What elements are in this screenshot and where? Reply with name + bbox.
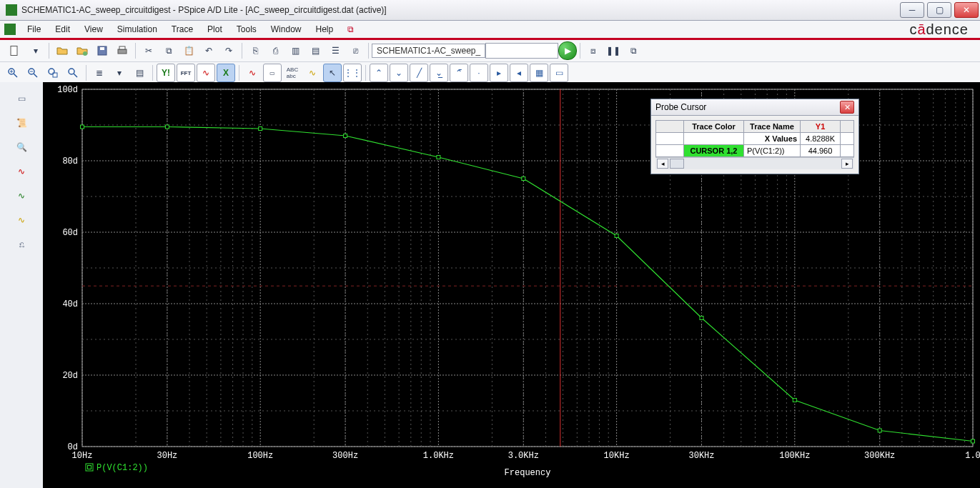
sim-b-icon[interactable]: ⧉ [624, 41, 643, 60]
sim-a-icon[interactable]: ⧈ [584, 41, 603, 60]
svg-text:1.0KHz: 1.0KHz [423, 451, 454, 461]
y-toggle-button[interactable]: Y! [157, 64, 175, 82]
menu-tools[interactable]: Tools [229, 22, 264, 36]
probe-scroll-left[interactable]: ◂ [657, 159, 668, 169]
zoom-in-button[interactable] [4, 64, 22, 82]
run-simulation-button[interactable]: ▶ [558, 41, 577, 60]
save-button[interactable] [93, 41, 112, 60]
open-append-button[interactable] [73, 41, 91, 60]
menu-simulation[interactable]: Simulation [110, 22, 164, 36]
log-dropdown-icon[interactable]: ▾ [110, 64, 129, 82]
svg-text:20d: 20d [62, 371, 78, 381]
window-buttons: ─ ▢ ✕ [899, 0, 980, 20]
cursor-point-button[interactable]: · [470, 64, 488, 82]
menu-file[interactable]: File [20, 22, 48, 36]
tool-a-icon[interactable]: ⎘ [246, 41, 264, 60]
svg-text:10KHz: 10KHz [604, 451, 630, 461]
document-name-field[interactable] [485, 43, 558, 59]
svg-text:40d: 40d [62, 299, 78, 309]
dock-misc-icon[interactable]: ⎌ [11, 235, 31, 254]
eval-button[interactable]: ▭ [263, 64, 282, 82]
zoom-fit-button[interactable] [64, 64, 82, 82]
probe-scrollbar[interactable]: ◂ ▸ [655, 157, 854, 169]
svg-rect-104 [522, 177, 525, 181]
svg-rect-105 [615, 234, 618, 238]
menu-help[interactable]: Help [308, 22, 340, 36]
fft-button[interactable]: FFT [177, 64, 195, 82]
svg-point-1 [83, 51, 87, 56]
probe-scroll-right[interactable]: ▸ [841, 159, 853, 169]
minimize-button[interactable]: ─ [900, 2, 924, 18]
log-list-button[interactable]: ≣ [90, 64, 109, 82]
open-folder-button[interactable] [53, 41, 71, 60]
probe-table: Trace Color Trace Name Y1 X Values 4.828… [655, 120, 854, 157]
active-document-name[interactable]: SCHEMATIC1-AC_sweep_ [372, 44, 485, 58]
cursor-slope-button[interactable]: ╱ [410, 64, 428, 82]
new-file-button[interactable] [4, 41, 25, 60]
dock-wave-b-icon[interactable]: ∿ [11, 186, 31, 205]
mark-button[interactable]: ∿ [303, 64, 322, 82]
cursor-table-button[interactable]: ▦ [530, 64, 548, 82]
left-dock: ▭ 📜 🔍 ∿ ∿ ∿ ⎌ [0, 82, 44, 488]
svg-rect-100 [165, 125, 169, 129]
menu-window[interactable]: Window [264, 22, 309, 36]
probe-title-bar[interactable]: Probe Cursor ✕ [651, 99, 858, 116]
cursor-min-button[interactable]: ⌄̲ [430, 64, 448, 82]
menu-edit[interactable]: Edit [48, 22, 77, 36]
cursor-max-button[interactable]: ⌃̄ [450, 64, 468, 82]
redo-button[interactable]: ↷ [219, 41, 238, 60]
maximize-button[interactable]: ▢ [927, 2, 951, 18]
dock-wave-a-icon[interactable]: ∿ [11, 162, 31, 181]
dock-page-icon[interactable]: ▭ [11, 89, 31, 108]
paste-button[interactable]: 📋 [179, 41, 198, 60]
tool-b-icon[interactable]: ⎙ [266, 41, 284, 60]
window-title: SCHEMATIC1-AC_sweep_circuitdigest - PSpi… [21, 5, 899, 15]
svg-rect-106 [700, 317, 703, 320]
tool-e-icon[interactable]: ☰ [326, 41, 345, 60]
cut-button[interactable]: ✂ [139, 41, 158, 60]
new-dropdown-icon[interactable]: ▾ [26, 41, 45, 60]
tool-d-icon[interactable]: ▤ [306, 41, 325, 60]
probe-scroll-thumb[interactable] [670, 159, 684, 169]
tool-f-icon[interactable]: ⎚ [346, 41, 365, 60]
svg-rect-99 [81, 125, 84, 129]
cursor-toggle-button[interactable]: ⋮⋮ [343, 64, 362, 82]
perf-button[interactable]: ∿ [197, 64, 215, 82]
toolbar-plot: ≣ ▾ ▤ Y! FFT ∿ X ∿ ▭ ABCabc ∿ ↖ ⋮⋮ ⌃ ⌄ ╱… [0, 62, 980, 84]
dock-search-icon[interactable]: 🔍 [11, 138, 31, 156]
menu-plot[interactable]: Plot [200, 22, 229, 36]
cursor-arrow-button[interactable]: ↖ [323, 64, 342, 82]
cursor-display-button[interactable]: ▭ [550, 64, 568, 82]
cursor-prev-button[interactable]: ◂ [510, 64, 528, 82]
svg-rect-0 [11, 46, 17, 56]
label-button[interactable]: ABCabc [283, 64, 302, 82]
app-icon [6, 4, 17, 16]
trace-add-button[interactable]: ∿ [243, 64, 262, 82]
probe-close-button[interactable]: ✕ [840, 101, 854, 114]
mdi-close-icon[interactable]: ⧉ [341, 20, 360, 39]
cursor-trough-button[interactable]: ⌄ [390, 64, 408, 82]
toolbar-main: ▾ ✂ ⧉ 📋 ↶ ↷ ⎘ ⎙ ▥ ▤ ☰ ⎚ SCHEMATIC1-AC_sw… [0, 40, 980, 62]
svg-point-15 [69, 69, 74, 74]
copy-button[interactable]: ⧉ [159, 41, 178, 60]
tool-c-icon[interactable]: ▥ [286, 41, 305, 60]
cursor-next-button[interactable]: ▸ [490, 64, 508, 82]
zoom-out-button[interactable] [24, 64, 42, 82]
probe-cursor-label[interactable]: CURSOR 1,2 [684, 145, 744, 157]
probe-cursor-window[interactable]: Probe Cursor ✕ Trace Color Trace Name Y1… [650, 99, 859, 174]
notes-button[interactable]: ▤ [130, 64, 149, 82]
dock-scroll-icon[interactable]: 📜 [11, 114, 31, 132]
sim-pause-icon[interactable]: ❚❚ [604, 41, 623, 60]
zoom-area-button[interactable] [44, 64, 62, 82]
svg-text:100d: 100d [57, 85, 78, 95]
menu-view[interactable]: View [77, 22, 110, 36]
menu-trace[interactable]: Trace [164, 22, 200, 36]
dock-wave-c-icon[interactable]: ∿ [11, 211, 31, 229]
svg-rect-112 [88, 466, 91, 469]
svg-text:30Hz: 30Hz [157, 451, 177, 461]
close-button[interactable]: ✕ [954, 2, 979, 18]
print-button[interactable] [113, 41, 132, 60]
excel-export-button[interactable]: X [217, 64, 235, 82]
cursor-peak-button[interactable]: ⌃ [370, 64, 388, 82]
undo-button[interactable]: ↶ [199, 41, 218, 60]
